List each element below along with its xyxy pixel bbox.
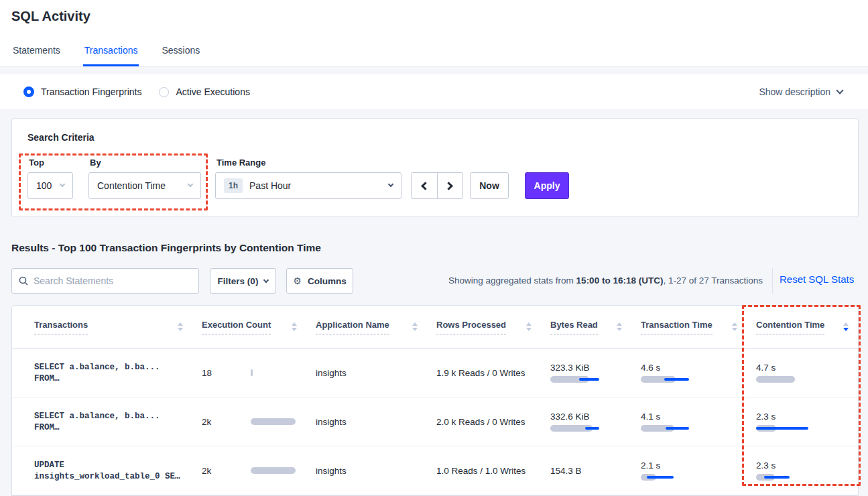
next-time-button[interactable] (437, 173, 462, 198)
metric-value: 332.6 KiB (550, 412, 641, 422)
metric-value: 4.6 s (641, 363, 756, 373)
radio-selected-icon (23, 86, 34, 97)
chevron-down-icon (188, 182, 193, 187)
search-statements-box (11, 268, 199, 294)
columns-label: Columns (308, 276, 347, 286)
chevron-down-icon (263, 277, 269, 282)
execution-count-cell: 2k (202, 397, 316, 446)
column-header-rows-processed[interactable]: Rows Processed (436, 306, 550, 348)
metric-bar (550, 376, 624, 383)
stddev-line (664, 378, 689, 381)
stats-summary: Showing aggregated stats from 15:00 to 1… (448, 275, 763, 286)
column-label: Bytes Read (550, 320, 598, 334)
execution-count-value: 18 (202, 368, 251, 378)
top-select-value: 100 (36, 180, 52, 191)
metric-bar (756, 425, 830, 432)
time-range-badge: 1h (224, 178, 243, 193)
by-select-value: Contention Time (97, 180, 166, 191)
sort-down-icon (617, 328, 622, 331)
tab-statements[interactable]: Statements (11, 38, 62, 66)
page-title: SQL Activity (11, 9, 90, 24)
now-button[interactable]: Now (470, 172, 509, 199)
stddev-line (647, 476, 674, 479)
divider (772, 268, 773, 294)
search-icon (19, 276, 28, 286)
sort-icon[interactable] (412, 322, 418, 331)
by-select[interactable]: Contention Time (88, 172, 201, 199)
mean-bar (756, 376, 795, 383)
stats-time-range: 15:00 to 16:18 (UTC) (576, 275, 664, 286)
application-name-cell: insights (316, 349, 436, 397)
reset-sql-stats-link[interactable]: Reset SQL Stats (780, 273, 854, 285)
stats-suffix: , 1-27 of 27 Transactions (663, 275, 763, 286)
statement-line1: UPDATE (34, 460, 202, 470)
statement-line2: insights_workload_table_0 SE… (34, 472, 202, 481)
transaction-time-cell: 2.1 s (641, 446, 756, 495)
apply-button[interactable]: Apply (525, 172, 569, 199)
column-header-transaction-time[interactable]: Transaction Time (641, 306, 756, 348)
sort-icon[interactable] (178, 322, 183, 331)
transaction-fingerprint-link[interactable]: UPDATEinsights_workload_table_0 SE… (34, 446, 202, 495)
stddev-line (579, 378, 599, 381)
column-header-contention-time[interactable]: Contention Time (756, 306, 858, 348)
column-header-transactions[interactable]: Transactions (34, 306, 202, 348)
transaction-fingerprint-link[interactable]: SELECT a.balance, b.ba...FROM… (34, 349, 202, 397)
bytes-read-cell: 332.6 KiB (550, 397, 641, 446)
column-header-execution-count[interactable]: Execution Count (202, 306, 316, 348)
sort-icon[interactable] (617, 322, 622, 331)
top-select[interactable]: 100 (27, 172, 73, 199)
radio-transaction-fingerprints[interactable]: Transaction Fingerprints (23, 86, 141, 97)
stats-prefix: Showing aggregated stats from (448, 275, 576, 286)
stddev-line (585, 427, 599, 430)
tab-transactions[interactable]: Transactions (83, 38, 139, 66)
sort-up-icon (843, 322, 849, 326)
statement-line2: FROM… (34, 374, 202, 383)
columns-button[interactable]: ⚙ Columns (286, 268, 353, 294)
table-header: TransactionsExecution CountApplication N… (12, 306, 858, 349)
contention-time-cell: 2.3 s (756, 446, 858, 495)
metric-value: 2.3 s (756, 412, 858, 422)
bytes-read-cell: 323.3 KiB (550, 349, 641, 397)
sort-up-icon (178, 322, 183, 326)
metric-bar (756, 376, 830, 383)
mean-bar (251, 369, 253, 376)
page-header: SQL Activity Statements Transactions Ses… (0, 0, 868, 67)
view-toggle-strip: Transaction Fingerprints Active Executio… (0, 74, 868, 109)
column-header-bytes-read[interactable]: Bytes Read (550, 306, 641, 348)
search-criteria-card: Search Criteria Top By Time Range 100 Co… (11, 118, 859, 217)
radio-unselected-icon (159, 87, 169, 97)
sort-icon[interactable] (843, 322, 849, 331)
time-range-select[interactable]: 1h Past Hour (215, 172, 401, 199)
search-criteria-title: Search Criteria (27, 132, 95, 143)
search-statements-input[interactable] (34, 275, 192, 286)
show-description-label: Show description (759, 86, 830, 97)
show-description-toggle[interactable]: Show description (759, 86, 843, 97)
table-body: SELECT a.balance, b.ba...FROM…18insights… (12, 349, 858, 495)
rows-processed-cell: 1.0 Reads / 1.0 Writes (436, 446, 550, 495)
execution-count-cell: 18 (202, 349, 316, 397)
mean-bar (251, 467, 296, 474)
tab-sessions[interactable]: Sessions (160, 38, 201, 66)
radio-active-executions[interactable]: Active Executions (159, 86, 250, 97)
execution-count-value: 2k (202, 466, 251, 476)
sort-down-icon (732, 328, 737, 331)
by-label: By (90, 158, 101, 168)
chevron-left-icon (421, 182, 430, 190)
tab-bar: Statements Transactions Sessions (11, 38, 201, 66)
statement-line1: SELECT a.balance, b.ba... (34, 412, 202, 421)
application-name-cell: insights (316, 446, 436, 495)
column-label: Execution Count (202, 320, 271, 334)
filters-button[interactable]: Filters (0) (210, 268, 276, 294)
sort-icon[interactable] (292, 322, 297, 331)
stddev-line (756, 427, 808, 430)
execution-count-value: 2k (202, 417, 251, 427)
transaction-fingerprint-link[interactable]: SELECT a.balance, b.ba...FROM… (34, 397, 202, 446)
radio-label: Active Executions (176, 86, 250, 97)
previous-time-button[interactable] (412, 173, 437, 198)
column-label: Rows Processed (436, 320, 506, 334)
sort-down-icon (843, 328, 849, 331)
sort-icon[interactable] (526, 322, 532, 331)
column-header-application-name[interactable]: Application Name (316, 306, 436, 348)
sort-icon[interactable] (732, 322, 737, 331)
transaction-time-cell: 4.1 s (641, 397, 756, 446)
